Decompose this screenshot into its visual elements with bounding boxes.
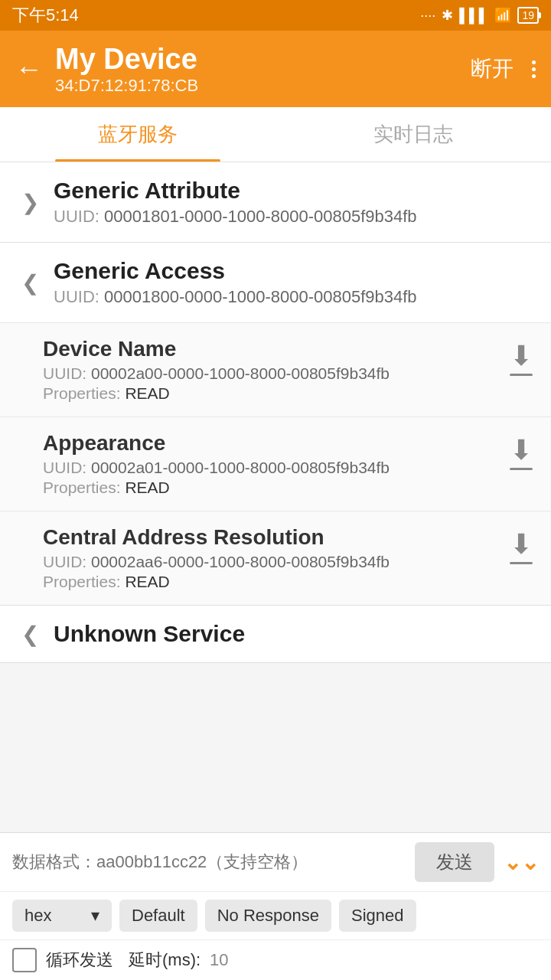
- status-bar: 下午5:14 ···· ✱ ▌▌▌ 📶 19: [0, 0, 551, 31]
- wifi-icon: 📶: [494, 7, 511, 24]
- format-row: hex ▾ Default No Response Signed: [0, 892, 551, 940]
- device-address: 34:D7:12:91:78:CB: [55, 76, 471, 96]
- status-time: 下午5:14: [12, 4, 79, 27]
- dropdown-arrow: ▾: [91, 906, 99, 926]
- chevron-right-icon: ❯: [18, 190, 41, 215]
- more-dot-2: [532, 67, 536, 71]
- char-device-name-props: Properties: READ: [43, 384, 390, 403]
- bottom-input-area: 发送 ⌄⌄ hex ▾ Default No Response Signed 循…: [0, 832, 551, 980]
- service-generic-access-info: Generic Access UUID: 00001800-0000-1000-…: [54, 258, 417, 307]
- service-unknown-info: Unknown Service: [54, 621, 245, 647]
- send-button[interactable]: 发送: [415, 842, 494, 882]
- service-generic-access-uuid: UUID: 00001800-0000-1000-8000-00805f9b34…: [54, 287, 417, 307]
- data-input[interactable]: [12, 852, 406, 872]
- service-unknown-name: Unknown Service: [54, 621, 245, 647]
- char-appearance-info: Appearance UUID: 00002a01-0000-1000-8000…: [43, 431, 390, 497]
- more-button[interactable]: [532, 60, 536, 78]
- char-appearance-title: Appearance: [43, 431, 390, 456]
- service-generic-access-name: Generic Access: [54, 258, 417, 284]
- write-no-response-button[interactable]: No Response: [205, 900, 331, 932]
- write-signed-button[interactable]: Signed: [339, 900, 416, 932]
- signal-dots-icon: ····: [420, 8, 435, 24]
- char-appearance: Appearance UUID: 00002a01-0000-1000-8000…: [0, 416, 551, 511]
- download-device-name-button[interactable]: ⬇︎: [510, 340, 533, 376]
- disconnect-button[interactable]: 断开: [471, 54, 514, 83]
- service-generic-access: ❮ Generic Access UUID: 00001800-0000-100…: [0, 243, 551, 606]
- delay-label: 延时(ms):: [129, 949, 201, 972]
- tab-bluetooth[interactable]: 蓝牙服务: [0, 107, 276, 162]
- battery-icon: 19: [517, 7, 539, 24]
- char-device-name-title: Device Name: [43, 337, 390, 361]
- bottom-spacer: [0, 663, 551, 839]
- char-appearance-uuid: UUID: 00002a01-0000-1000-8000-00805f9b34…: [43, 459, 390, 477]
- char-appearance-props: Properties: READ: [43, 479, 390, 497]
- char-central-address: Central Address Resolution UUID: 00002aa…: [0, 511, 551, 605]
- service-generic-attribute: ❯ Generic Attribute UUID: 00001801-0000-…: [0, 162, 551, 243]
- loop-row: 循环发送 延时(ms): 10: [0, 940, 551, 980]
- more-dot-1: [532, 60, 536, 64]
- back-button[interactable]: ←: [15, 55, 43, 83]
- chevron-down-icon-2: ❮: [18, 622, 41, 647]
- format-selected-label: hex: [24, 906, 51, 926]
- app-bar-actions: 断开: [471, 54, 536, 83]
- signal-bars-icon: ▌▌▌: [459, 8, 488, 24]
- char-device-name-info: Device Name UUID: 00002a00-0000-1000-800…: [43, 337, 390, 403]
- char-central-address-info: Central Address Resolution UUID: 00002aa…: [43, 525, 390, 591]
- service-unknown: ❮ Unknown Service: [0, 606, 551, 663]
- char-device-name: Device Name UUID: 00002a00-0000-1000-800…: [0, 322, 551, 416]
- char-device-name-uuid: UUID: 00002a00-0000-1000-8000-00805f9b34…: [43, 364, 390, 383]
- download-appearance-button[interactable]: ⬇︎: [510, 434, 533, 470]
- char-list-generic-access: Device Name UUID: 00002a00-0000-1000-800…: [0, 322, 551, 605]
- download-central-address-button[interactable]: ⬇︎: [510, 528, 533, 564]
- bluetooth-icon: ✱: [442, 7, 453, 24]
- service-generic-attribute-header[interactable]: ❯ Generic Attribute UUID: 00001801-0000-…: [0, 162, 551, 242]
- tab-realtime[interactable]: 实时日志: [276, 107, 551, 162]
- service-generic-access-header[interactable]: ❮ Generic Access UUID: 00001800-0000-100…: [0, 243, 551, 322]
- content-area: ❯ Generic Attribute UUID: 00001801-0000-…: [0, 162, 551, 839]
- write-default-button[interactable]: Default: [119, 900, 197, 932]
- tabs-bar: 蓝牙服务 实时日志: [0, 107, 551, 162]
- format-select[interactable]: hex ▾: [12, 900, 112, 932]
- status-icons: ···· ✱ ▌▌▌ 📶 19: [420, 7, 539, 24]
- loop-send-checkbox[interactable]: [12, 948, 37, 972]
- device-name-title: My Device: [55, 43, 471, 76]
- service-unknown-header[interactable]: ❮ Unknown Service: [0, 606, 551, 662]
- delay-value: 10: [210, 950, 228, 970]
- char-central-address-uuid: UUID: 00002aa6-0000-1000-8000-00805f9b34…: [43, 553, 390, 571]
- loop-send-label: 循环发送: [46, 949, 113, 972]
- service-generic-attribute-info: Generic Attribute UUID: 00001801-0000-10…: [54, 178, 417, 227]
- service-generic-attribute-uuid: UUID: 00001801-0000-1000-8000-00805f9b34…: [54, 207, 417, 227]
- input-row: 发送 ⌄⌄: [0, 833, 551, 892]
- chevron-down-icon: ❮: [18, 270, 41, 296]
- expand-icon[interactable]: ⌄⌄: [504, 850, 539, 875]
- char-central-address-title: Central Address Resolution: [43, 525, 390, 550]
- char-central-address-props: Properties: READ: [43, 573, 390, 591]
- app-bar-title: My Device 34:D7:12:91:78:CB: [55, 43, 471, 96]
- more-dot-3: [532, 74, 536, 78]
- app-bar: ← My Device 34:D7:12:91:78:CB 断开: [0, 31, 551, 107]
- service-generic-attribute-name: Generic Attribute: [54, 178, 417, 204]
